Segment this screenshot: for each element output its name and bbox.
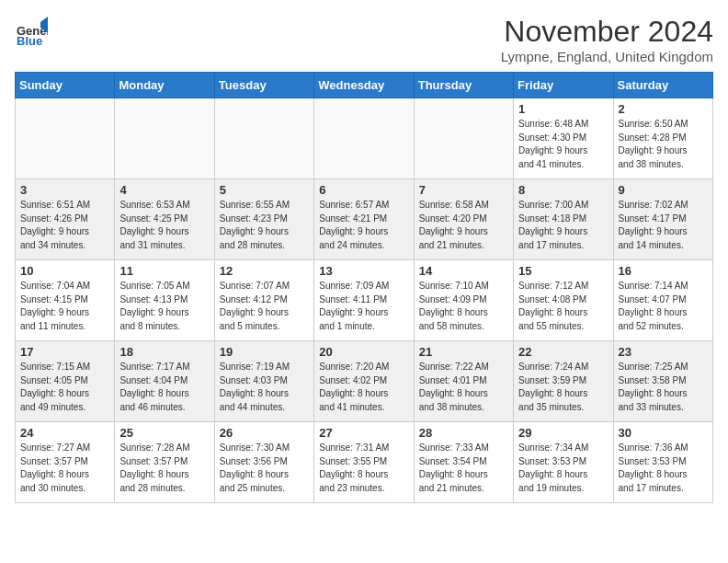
day-number: 16 [619,264,708,278]
day-number: 21 [419,345,508,359]
table-row: 21Sunrise: 7:22 AM Sunset: 4:01 PM Dayli… [414,341,513,422]
day-number: 30 [619,426,708,440]
day-number: 23 [619,345,708,359]
day-info: Sunrise: 7:30 AM Sunset: 3:56 PM Dayligh… [220,442,309,495]
day-info: Sunrise: 7:20 AM Sunset: 4:02 PM Dayligh… [319,361,408,414]
day-number: 9 [619,183,708,197]
table-row: 9Sunrise: 7:02 AM Sunset: 4:17 PM Daylig… [613,179,712,260]
day-info: Sunrise: 7:17 AM Sunset: 4:04 PM Dayligh… [119,361,209,414]
day-info: Sunrise: 7:27 AM Sunset: 3:57 PM Dayligh… [20,442,109,495]
day-number: 4 [119,183,209,197]
day-number: 17 [20,345,109,359]
day-info: Sunrise: 7:22 AM Sunset: 4:01 PM Dayligh… [419,361,508,414]
day-info: Sunrise: 7:10 AM Sunset: 4:09 PM Dayligh… [419,280,508,333]
table-row: 26Sunrise: 7:30 AM Sunset: 3:56 PM Dayli… [214,422,313,503]
day-info: Sunrise: 7:05 AM Sunset: 4:13 PM Dayligh… [119,280,209,333]
day-number: 26 [220,426,309,440]
day-info: Sunrise: 6:55 AM Sunset: 4:23 PM Dayligh… [220,199,309,252]
month-title: November 2024 [501,15,713,49]
table-row: 6Sunrise: 6:57 AM Sunset: 4:21 PM Daylig… [314,179,414,260]
table-row: 20Sunrise: 7:20 AM Sunset: 4:02 PM Dayli… [314,341,414,422]
table-row: 8Sunrise: 7:00 AM Sunset: 4:18 PM Daylig… [514,179,613,260]
table-row: 17Sunrise: 7:15 AM Sunset: 4:05 PM Dayli… [16,341,115,422]
day-info: Sunrise: 7:00 AM Sunset: 4:18 PM Dayligh… [518,199,608,252]
day-info: Sunrise: 7:24 AM Sunset: 3:59 PM Dayligh… [518,361,608,414]
table-row [314,98,414,179]
table-row: 7Sunrise: 6:58 AM Sunset: 4:20 PM Daylig… [414,179,513,260]
title-block: November 2024 Lympne, England, United Ki… [501,15,713,64]
day-number: 2 [619,102,708,116]
day-info: Sunrise: 7:25 AM Sunset: 3:58 PM Dayligh… [619,361,708,414]
day-number: 8 [518,183,608,197]
day-number: 13 [319,264,408,278]
day-number: 27 [319,426,408,440]
table-row: 14Sunrise: 7:10 AM Sunset: 4:09 PM Dayli… [414,260,513,341]
table-row [16,98,115,179]
day-info: Sunrise: 7:28 AM Sunset: 3:57 PM Dayligh… [119,442,209,495]
day-number: 14 [419,264,508,278]
table-row: 23Sunrise: 7:25 AM Sunset: 3:58 PM Dayli… [613,341,712,422]
day-info: Sunrise: 6:53 AM Sunset: 4:25 PM Dayligh… [119,199,209,252]
svg-text:Blue: Blue [17,34,42,48]
calendar-week-row: 10Sunrise: 7:04 AM Sunset: 4:15 PM Dayli… [16,260,713,341]
day-number: 12 [220,264,309,278]
table-row: 28Sunrise: 7:33 AM Sunset: 3:54 PM Dayli… [414,422,513,503]
calendar-header-row: Sunday Monday Tuesday Wednesday Thursday… [16,73,713,98]
day-info: Sunrise: 6:50 AM Sunset: 4:28 PM Dayligh… [619,118,708,171]
logo: General Blue [15,15,51,48]
table-row: 30Sunrise: 7:36 AM Sunset: 3:53 PM Dayli… [613,422,712,503]
day-info: Sunrise: 6:57 AM Sunset: 4:21 PM Dayligh… [319,199,408,252]
calendar-week-row: 3Sunrise: 6:51 AM Sunset: 4:26 PM Daylig… [16,179,713,260]
day-number: 6 [319,183,408,197]
page-header: General Blue November 2024 Lympne, Engla… [15,15,713,64]
day-info: Sunrise: 6:48 AM Sunset: 4:30 PM Dayligh… [518,118,608,171]
table-row: 24Sunrise: 7:27 AM Sunset: 3:57 PM Dayli… [16,422,115,503]
day-info: Sunrise: 7:19 AM Sunset: 4:03 PM Dayligh… [220,361,309,414]
calendar-week-row: 24Sunrise: 7:27 AM Sunset: 3:57 PM Dayli… [16,422,713,503]
table-row: 12Sunrise: 7:07 AM Sunset: 4:12 PM Dayli… [214,260,313,341]
calendar-week-row: 1Sunrise: 6:48 AM Sunset: 4:30 PM Daylig… [16,98,713,179]
logo-icon: General Blue [15,15,48,48]
day-info: Sunrise: 7:33 AM Sunset: 3:54 PM Dayligh… [419,442,508,495]
day-number: 3 [20,183,109,197]
day-info: Sunrise: 7:12 AM Sunset: 4:08 PM Dayligh… [518,280,608,333]
header-saturday: Saturday [613,73,712,98]
day-info: Sunrise: 7:09 AM Sunset: 4:11 PM Dayligh… [319,280,408,333]
header-thursday: Thursday [414,73,513,98]
day-info: Sunrise: 7:15 AM Sunset: 4:05 PM Dayligh… [20,361,109,414]
table-row: 29Sunrise: 7:34 AM Sunset: 3:53 PM Dayli… [514,422,613,503]
table-row [414,98,513,179]
day-info: Sunrise: 7:14 AM Sunset: 4:07 PM Dayligh… [619,280,708,333]
table-row: 27Sunrise: 7:31 AM Sunset: 3:55 PM Dayli… [314,422,414,503]
day-number: 15 [518,264,608,278]
table-row [115,98,214,179]
table-row: 15Sunrise: 7:12 AM Sunset: 4:08 PM Dayli… [514,260,613,341]
table-row: 11Sunrise: 7:05 AM Sunset: 4:13 PM Dayli… [115,260,214,341]
header-sunday: Sunday [16,73,115,98]
location: Lympne, England, United Kingdom [501,49,713,64]
table-row: 22Sunrise: 7:24 AM Sunset: 3:59 PM Dayli… [514,341,613,422]
table-row: 25Sunrise: 7:28 AM Sunset: 3:57 PM Dayli… [115,422,214,503]
day-number: 24 [20,426,109,440]
header-wednesday: Wednesday [314,73,414,98]
table-row: 1Sunrise: 6:48 AM Sunset: 4:30 PM Daylig… [514,98,613,179]
day-number: 7 [419,183,508,197]
day-number: 1 [518,102,608,116]
day-number: 22 [518,345,608,359]
day-number: 28 [419,426,508,440]
day-info: Sunrise: 7:36 AM Sunset: 3:53 PM Dayligh… [619,442,708,495]
day-number: 5 [220,183,309,197]
day-number: 19 [220,345,309,359]
day-info: Sunrise: 7:31 AM Sunset: 3:55 PM Dayligh… [319,442,408,495]
day-info: Sunrise: 7:04 AM Sunset: 4:15 PM Dayligh… [20,280,109,333]
day-info: Sunrise: 7:02 AM Sunset: 4:17 PM Dayligh… [619,199,708,252]
table-row [214,98,313,179]
day-info: Sunrise: 6:58 AM Sunset: 4:20 PM Dayligh… [419,199,508,252]
day-info: Sunrise: 7:34 AM Sunset: 3:53 PM Dayligh… [518,442,608,495]
header-friday: Friday [514,73,613,98]
day-info: Sunrise: 6:51 AM Sunset: 4:26 PM Dayligh… [20,199,109,252]
table-row: 10Sunrise: 7:04 AM Sunset: 4:15 PM Dayli… [16,260,115,341]
calendar-week-row: 17Sunrise: 7:15 AM Sunset: 4:05 PM Dayli… [16,341,713,422]
table-row: 19Sunrise: 7:19 AM Sunset: 4:03 PM Dayli… [214,341,313,422]
day-info: Sunrise: 7:07 AM Sunset: 4:12 PM Dayligh… [220,280,309,333]
